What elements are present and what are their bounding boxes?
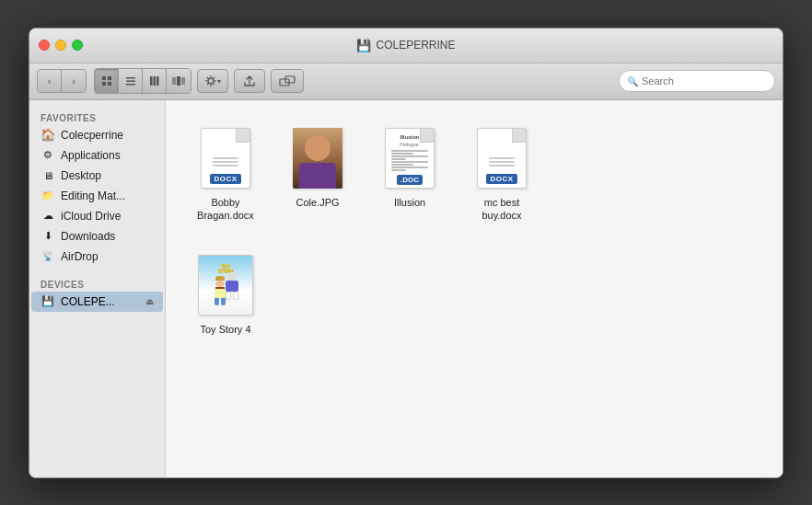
svg-rect-12 [181, 77, 185, 85]
tag-button[interactable] [271, 69, 304, 93]
sidebar-item-applications[interactable]: ⚙ Applications [31, 145, 163, 166]
finder-window: 💾 COLEPERRINE ‹ › ▾ [29, 28, 783, 478]
file-item-bobby-bragan[interactable]: DOCX BobbyBragan.docx [184, 119, 267, 228]
svg-rect-9 [157, 76, 159, 86]
sidebar-item-label: AirDrop [61, 250, 99, 263]
svg-rect-8 [153, 76, 156, 86]
sidebar: Favorites 🏠 Colecperrine ⚙ Applications … [29, 100, 166, 477]
svg-rect-2 [102, 82, 106, 86]
search-input[interactable] [642, 75, 767, 86]
svg-rect-11 [177, 76, 180, 86]
titlebar: 💾 COLEPERRINE [29, 29, 783, 63]
file-label: Illusion [394, 196, 425, 209]
file-icon-toy-story: TOYSTORY [196, 251, 255, 319]
sidebar-item-airdrop[interactable]: 📡 AirDrop [31, 247, 163, 267]
svg-rect-3 [108, 82, 111, 86]
sidebar-item-downloads[interactable]: ⬇ Downloads [31, 226, 163, 247]
search-box[interactable]: 🔍 [619, 70, 775, 92]
sidebar-item-label: Colecperrine [61, 129, 123, 142]
back-button[interactable]: ‹ [38, 70, 62, 92]
maximize-button[interactable] [72, 40, 83, 51]
file-icon-docx: DOCX [196, 124, 255, 192]
toolbar: ‹ › ▾ 🔍 [29, 63, 783, 100]
devices-label: Devices [29, 276, 165, 292]
file-area: DOCX BobbyBragan.docx Cole.JPG [166, 100, 783, 477]
share-button[interactable] [234, 69, 265, 93]
sidebar-item-label: COLEPE... [61, 295, 115, 308]
svg-rect-5 [126, 81, 135, 83]
window-title: 💾 COLEPERRINE [356, 39, 455, 52]
file-label: Cole.JPG [296, 196, 339, 209]
sidebar-item-label: Desktop [61, 169, 101, 182]
sidebar-item-editing-mat[interactable]: 📁 Editing Mat... [31, 186, 163, 206]
svg-rect-1 [108, 76, 111, 80]
folder-icon: 📁 [41, 189, 55, 203]
drive-icon: 💾 [356, 39, 371, 52]
applications-icon: ⚙ [41, 148, 55, 163]
home-icon: 🏠 [41, 128, 55, 143]
file-label: mc best buy.docx [466, 196, 538, 223]
sidebar-item-icloud[interactable]: ☁ iCloud Drive [31, 206, 163, 226]
desktop-icon: 🖥 [41, 168, 55, 183]
svg-rect-10 [172, 77, 176, 85]
svg-point-13 [208, 78, 214, 84]
svg-rect-4 [126, 77, 135, 79]
close-button[interactable] [39, 40, 50, 51]
minimize-button[interactable] [55, 40, 66, 51]
file-item-mc-best-buy[interactable]: DOCX mc best buy.docx [460, 119, 543, 228]
sidebar-item-desktop[interactable]: 🖥 Desktop [31, 166, 163, 186]
view-list-button[interactable] [119, 69, 143, 93]
eject-icon[interactable]: ⏏ [145, 296, 154, 306]
sidebar-item-device-coleperrine[interactable]: 💾 COLEPE... ⏏ [31, 292, 163, 312]
file-item-cole-jpg[interactable]: Cole.JPG [276, 119, 359, 228]
sidebar-item-label: Editing Mat... [61, 189, 125, 202]
file-item-toy-story[interactable]: TOYSTORY [184, 246, 267, 341]
file-icon-doc: Illusion Prologue: .DOC [380, 124, 439, 192]
svg-rect-7 [150, 76, 153, 86]
svg-rect-0 [102, 76, 106, 80]
sidebar-item-label: Applications [61, 149, 121, 162]
favorites-label: Favorites [29, 109, 165, 125]
action-chevron: ▾ [217, 77, 221, 86]
traffic-lights [39, 40, 83, 51]
file-icon-docx2: DOCX [472, 124, 531, 192]
file-label: BobbyBragan.docx [197, 196, 254, 223]
device-icon: 💾 [41, 294, 55, 309]
file-icon-jpg [288, 124, 347, 192]
sidebar-item-label: Downloads [61, 230, 115, 243]
file-label: Toy Story 4 [200, 323, 250, 336]
forward-button[interactable]: › [62, 70, 86, 92]
view-options [94, 68, 191, 94]
file-item-illusion[interactable]: Illusion Prologue: .DOC [368, 119, 451, 228]
nav-buttons: ‹ › [37, 69, 87, 93]
view-coverflow-button[interactable] [167, 69, 191, 93]
airdrop-icon: 📡 [41, 249, 55, 264]
sidebar-item-label: iCloud Drive [61, 210, 121, 223]
sidebar-item-colecperrine[interactable]: 🏠 Colecperrine [31, 125, 163, 145]
downloads-icon: ⬇ [41, 229, 55, 244]
view-columns-button[interactable] [143, 69, 167, 93]
action-button[interactable]: ▾ [197, 69, 228, 93]
view-icon-button[interactable] [95, 69, 119, 93]
search-icon: 🔍 [627, 76, 638, 86]
main-content: Favorites 🏠 Colecperrine ⚙ Applications … [29, 100, 783, 477]
svg-rect-6 [126, 84, 135, 86]
icloud-icon: ☁ [41, 209, 55, 224]
